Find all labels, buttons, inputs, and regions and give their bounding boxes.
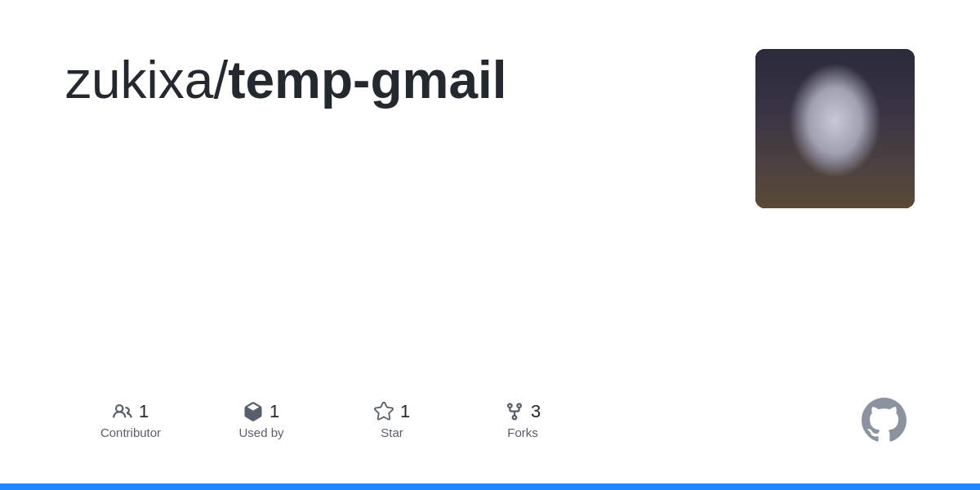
forks-count: 3 — [531, 401, 541, 422]
svg-point-9 — [810, 77, 859, 106]
stat-stars[interactable]: 1 Star — [327, 401, 457, 439]
package-icon — [243, 402, 263, 421]
svg-rect-15 — [806, 143, 863, 180]
svg-rect-6 — [813, 118, 858, 163]
svg-point-19 — [813, 189, 829, 195]
stats-row: 1 Contributor 1 Used by 1 Star — [65, 398, 915, 451]
svg-rect-0 — [755, 49, 915, 208]
github-logo-icon — [862, 398, 906, 443]
used-by-count: 1 — [270, 401, 279, 422]
stat-forks[interactable]: 3 Forks — [457, 401, 588, 439]
svg-point-2 — [806, 145, 863, 162]
svg-rect-5 — [804, 163, 813, 188]
stat-contributors-top: 1 — [113, 401, 149, 422]
forks-label: Forks — [507, 425, 538, 439]
svg-point-20 — [841, 189, 858, 195]
main-content: zukixa/temp-gmail — [0, 0, 980, 483]
svg-point-4 — [814, 181, 855, 191]
stars-label: Star — [381, 425, 403, 439]
star-icon — [374, 402, 394, 421]
header-area: zukixa/temp-gmail — [65, 49, 915, 208]
github-logo-container — [862, 398, 915, 443]
svg-rect-3 — [831, 154, 838, 186]
bottom-bar — [0, 483, 980, 490]
svg-rect-16 — [808, 145, 861, 174]
svg-point-17 — [811, 190, 831, 198]
stars-count: 1 — [400, 401, 410, 422]
people-icon — [113, 402, 132, 421]
repo-name: temp-gmail — [228, 51, 506, 109]
svg-point-10 — [808, 72, 826, 94]
repo-owner: zukixa/ — [65, 51, 228, 109]
svg-point-11 — [844, 72, 862, 94]
stat-forks-top: 3 — [505, 401, 541, 422]
svg-rect-12 — [815, 100, 856, 114]
avatar-svg — [755, 49, 915, 208]
used-by-label: Used by — [238, 425, 283, 439]
contributors-label: Contributor — [100, 425, 161, 439]
avatar — [755, 49, 915, 208]
avatar-image — [755, 49, 915, 208]
svg-rect-1 — [755, 49, 915, 147]
stat-contributors[interactable]: 1 Contributor — [65, 401, 196, 439]
svg-rect-13 — [817, 102, 834, 112]
repo-title: zukixa/temp-gmail — [65, 49, 507, 112]
fork-icon — [505, 402, 524, 421]
svg-rect-14 — [836, 102, 853, 112]
stat-stars-top: 1 — [374, 401, 410, 422]
contributors-count: 1 — [139, 401, 149, 422]
stat-used-by-top: 1 — [243, 401, 279, 422]
svg-point-18 — [840, 190, 859, 198]
svg-point-8 — [812, 83, 858, 132]
stat-used-by[interactable]: 1 Used by — [196, 401, 327, 439]
svg-rect-7 — [821, 131, 849, 143]
